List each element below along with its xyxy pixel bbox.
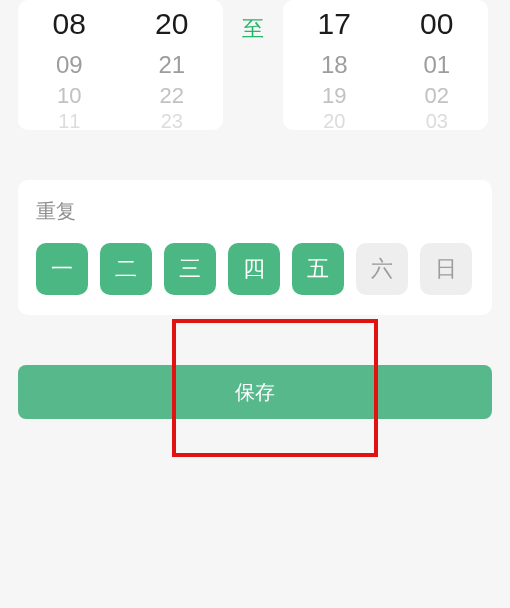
repeat-title: 重复	[36, 198, 474, 225]
day-selector: 一 二 三 四 五 六 日	[36, 243, 474, 295]
day-wed[interactable]: 三	[164, 243, 216, 295]
start-hour-selected: 08	[18, 0, 121, 50]
start-minute-option: 21	[121, 50, 224, 83]
end-hour-option: 20	[283, 111, 386, 130]
start-minute-selected: 20	[121, 0, 224, 50]
save-button[interactable]: 保存	[18, 365, 492, 419]
start-minute-option: 23	[121, 111, 224, 130]
day-fri[interactable]: 五	[292, 243, 344, 295]
time-picker: 08 20 09 21 10 22 11 23 至 17 00 18 01 19…	[0, 0, 510, 130]
day-sat[interactable]: 六	[356, 243, 408, 295]
end-minute-option: 01	[386, 50, 489, 83]
start-minute-option: 22	[121, 83, 224, 111]
start-hour-option: 09	[18, 50, 121, 83]
start-time-picker[interactable]: 08 20 09 21 10 22 11 23	[18, 0, 223, 130]
day-thu[interactable]: 四	[228, 243, 280, 295]
time-separator: 至	[223, 0, 283, 44]
day-mon[interactable]: 一	[36, 243, 88, 295]
end-minute-selected: 00	[386, 0, 489, 50]
end-time-picker[interactable]: 17 00 18 01 19 02 20 03	[283, 0, 488, 130]
repeat-card: 重复 一 二 三 四 五 六 日	[18, 180, 492, 315]
start-hour-option: 10	[18, 83, 121, 111]
end-hour-option: 18	[283, 50, 386, 83]
start-hour-option: 11	[18, 111, 121, 130]
day-sun[interactable]: 日	[420, 243, 472, 295]
end-hour-selected: 17	[283, 0, 386, 50]
day-tue[interactable]: 二	[100, 243, 152, 295]
end-minute-option: 03	[386, 111, 489, 130]
end-hour-option: 19	[283, 83, 386, 111]
end-minute-option: 02	[386, 83, 489, 111]
